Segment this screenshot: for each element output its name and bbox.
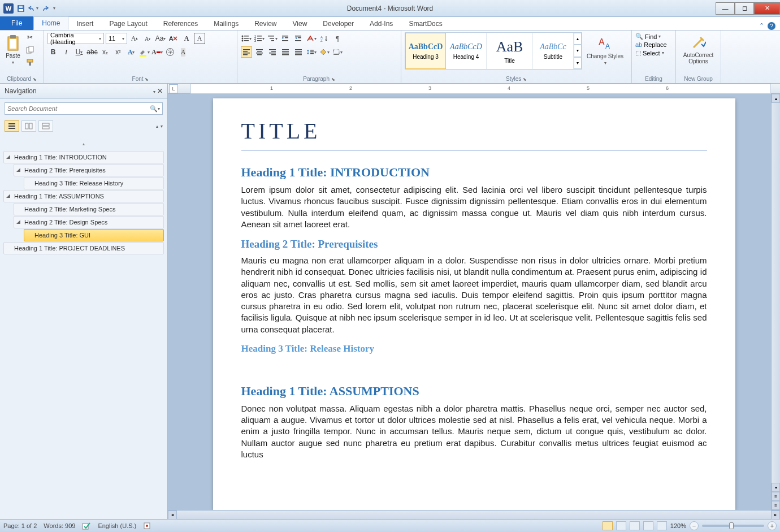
format-painter-icon[interactable] <box>24 57 36 68</box>
tab-pagelayout[interactable]: Page Layout <box>101 18 155 30</box>
status-macro-icon[interactable] <box>143 522 151 530</box>
numbering-icon[interactable]: 123▾ <box>254 33 265 44</box>
help-icon[interactable]: ? <box>768 22 775 30</box>
styles-scroll-down-icon[interactable]: ▾ <box>574 45 582 57</box>
tab-view[interactable]: View <box>285 18 315 30</box>
tab-insert[interactable]: Insert <box>68 18 101 30</box>
status-proofing-icon[interactable] <box>82 522 91 530</box>
scroll-up-icon[interactable]: ▴ <box>772 94 780 103</box>
redo-icon[interactable] <box>41 3 51 14</box>
align-right-icon[interactable] <box>267 46 278 58</box>
character-shading-icon[interactable]: A <box>177 46 189 58</box>
align-left-icon[interactable] <box>241 46 252 58</box>
nav-item[interactable]: ◢Heading 2 Title: Design Specs <box>14 216 164 228</box>
nav-view-headings[interactable] <box>5 120 19 132</box>
bullets-icon[interactable]: ▾ <box>241 33 252 44</box>
horizontal-ruler[interactable]: L 123456 <box>168 84 780 94</box>
close-button[interactable]: ✕ <box>754 2 780 15</box>
minimize-button[interactable]: — <box>716 2 735 15</box>
scroll-down-icon[interactable]: ▾ <box>772 483 780 492</box>
nav-item[interactable]: ◢Heading 2 Title: Prerequisites <box>14 164 164 176</box>
copy-icon[interactable] <box>24 44 36 55</box>
strikethrough-button[interactable]: abc <box>86 46 98 58</box>
nav-close-icon[interactable]: ✕ <box>157 87 163 95</box>
view-draft-icon[interactable] <box>657 521 667 530</box>
scroll-right-icon[interactable]: ▸ <box>771 511 780 520</box>
maximize-button[interactable]: ◻ <box>735 2 754 15</box>
nav-item[interactable]: ◢Heading 1 Title: ASSUMPTIONS <box>3 190 164 202</box>
zoom-out-button[interactable]: − <box>690 521 699 530</box>
justify-icon[interactable] <box>280 46 291 58</box>
decrease-indent-icon[interactable] <box>280 33 291 44</box>
styles-more-icon[interactable]: ▾ <box>574 57 582 69</box>
nav-next-icon[interactable]: ▾ <box>161 124 163 129</box>
minimize-ribbon-icon[interactable]: ⌃ <box>759 22 764 30</box>
cut-icon[interactable]: ✂ <box>24 32 36 43</box>
undo-icon[interactable]: ▾ <box>28 3 38 14</box>
tab-addins[interactable]: Add-Ins <box>362 18 401 30</box>
clipboard-launcher-icon[interactable]: ⬊ <box>33 77 37 82</box>
increase-indent-icon[interactable] <box>293 33 304 44</box>
status-page[interactable]: Page: 1 of 2 <box>3 522 37 529</box>
styles-scroll-up-icon[interactable]: ▴ <box>574 33 582 45</box>
view-web-layout-icon[interactable] <box>630 521 640 530</box>
text-effects-icon[interactable]: A▾ <box>125 46 137 58</box>
nav-item[interactable]: Heading 2 Title: Marketing Specs <box>14 203 164 215</box>
find-button[interactable]: 🔍Find▾ <box>635 33 672 40</box>
italic-button[interactable]: I <box>60 46 72 58</box>
nav-collapse-bar[interactable]: ▴ <box>3 140 164 146</box>
sort-icon[interactable]: AZ <box>319 33 330 44</box>
next-page-icon[interactable]: ≡ <box>772 501 780 510</box>
line-spacing-icon[interactable]: ▾ <box>306 46 317 58</box>
expand-icon[interactable]: ◢ <box>6 193 10 198</box>
word-app-icon[interactable]: W <box>3 3 14 14</box>
tab-home[interactable]: Home <box>33 16 68 30</box>
document-page[interactable]: TITLE Heading 1 Title: INTRODUCTION Lore… <box>213 98 735 510</box>
paragraph-launcher-icon[interactable]: ⬊ <box>331 77 335 82</box>
font-color-icon[interactable]: A▾ <box>151 46 163 58</box>
distributed-icon[interactable] <box>293 46 304 58</box>
highlight-color-icon[interactable]: ▾ <box>138 46 150 58</box>
multilevel-list-icon[interactable]: ▾ <box>267 33 278 44</box>
align-center-icon[interactable] <box>254 46 265 58</box>
select-button[interactable]: ⬚Select▾ <box>635 49 672 57</box>
style-title[interactable]: AaBTitle <box>487 33 533 69</box>
clear-formatting-icon[interactable]: A <box>168 33 179 44</box>
shading-icon[interactable]: ▾ <box>319 46 330 58</box>
tab-smartdocs[interactable]: SmartDocs <box>401 18 450 30</box>
nav-options-icon[interactable]: ▾ <box>153 89 155 94</box>
asian-layout-icon[interactable]: ▾ <box>306 33 317 44</box>
nav-item[interactable]: Heading 3 Title: GUI <box>24 229 164 241</box>
character-border-icon[interactable]: A <box>194 33 205 44</box>
tab-mailings[interactable]: Mailings <box>206 18 246 30</box>
tab-developer[interactable]: Developer <box>315 18 362 30</box>
view-outline-icon[interactable] <box>643 521 653 530</box>
phonetic-guide-icon[interactable]: A <box>181 33 192 44</box>
expand-icon[interactable]: ◢ <box>6 154 10 159</box>
styles-launcher-icon[interactable]: ⬊ <box>523 77 527 82</box>
qat-customize-icon[interactable]: ▾ <box>53 6 55 11</box>
style-heading4[interactable]: AaBbCcDHeading 4 <box>446 33 487 69</box>
horizontal-scrollbar[interactable]: ◂ ▸ <box>168 510 780 519</box>
bold-button[interactable]: B <box>47 46 59 58</box>
expand-icon[interactable]: ◢ <box>16 167 20 172</box>
grow-font-icon[interactable]: A▴ <box>129 33 140 44</box>
nav-item[interactable]: Heading 3 Title: Release History <box>24 177 164 189</box>
tab-references[interactable]: References <box>155 18 206 30</box>
autocorrect-button[interactable]: AutoCorrect Options <box>679 32 717 69</box>
nav-search-box[interactable]: 🔍▾ <box>5 102 163 115</box>
tab-selector-icon[interactable]: L <box>169 84 178 93</box>
show-hide-icon[interactable]: ¶ <box>332 33 343 44</box>
view-full-screen-icon[interactable] <box>616 521 626 530</box>
style-subtitle[interactable]: AaBbCcSubtitle <box>533 33 574 69</box>
shrink-font-icon[interactable]: A▾ <box>142 33 153 44</box>
borders-icon[interactable]: ▾ <box>332 46 343 58</box>
status-language[interactable]: English (U.S.) <box>98 522 136 529</box>
change-styles-button[interactable]: AA Change Styles▾ <box>584 35 626 67</box>
style-heading3[interactable]: AaBbCcDHeading 3 <box>405 33 446 69</box>
replace-button[interactable]: abReplace <box>635 41 672 48</box>
font-launcher-icon[interactable]: ⬊ <box>145 77 149 82</box>
superscript-button[interactable]: x² <box>112 46 124 58</box>
nav-view-pages[interactable] <box>21 120 36 132</box>
font-size-combo[interactable]: 11▾ <box>106 33 127 44</box>
